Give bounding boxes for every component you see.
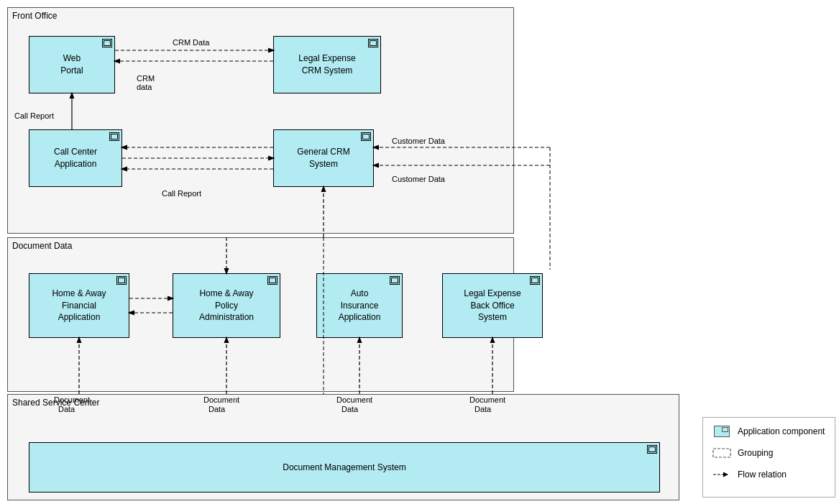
svg-rect-0 [713,449,730,457]
legend-app-component: Application component [712,425,826,438]
general-crm-label: General CRM System [297,146,349,170]
legend-flow-label: Flow relation [738,469,787,480]
web-portal-icon [102,39,112,47]
home-away-financial-box: Home & Away Financial Application [29,273,129,338]
legend-app-component-symbol [714,426,730,437]
auto-insurance-icon [390,276,400,285]
grouping-symbol [712,446,732,459]
legend-flow-icon [712,468,732,481]
home-away-policy-box: Home & Away Policy Administration [173,273,280,338]
legal-crm-icon [368,39,378,47]
general-crm-icon [361,132,371,141]
legend-flow-relation: Flow relation [712,468,826,481]
home-policy-label: Home & Away Policy Administration [199,288,254,324]
home-financial-label: Home & Away Financial Application [52,288,106,324]
home-financial-icon [116,276,127,285]
auto-insurance-box: Auto Insurance Application [316,273,403,338]
legend-app-label: Application component [738,426,825,436]
legal-expense-crm-box: Legal Expense CRM System [273,36,381,93]
legal-crm-label: Legal Expense CRM System [298,52,355,77]
diagram-area: Front Office Document Data Shared Servic… [4,4,694,498]
home-policy-icon [267,276,278,285]
auto-insurance-label: Auto Insurance Application [339,288,381,324]
legal-backoffice-box: Legal Expense Back Office System [442,273,543,338]
doc-management-label: Document Management System [283,462,405,474]
front-office-label: Front Office [12,11,57,21]
legal-backoffice-label: Legal Expense Back Office System [464,288,521,324]
legend-grouping: Grouping [712,446,826,459]
legend-grouping-label: Grouping [738,448,773,458]
call-center-box: Call Center Application [29,129,122,187]
legal-backoffice-icon [530,276,540,285]
legend-grouping-icon [712,446,732,459]
shared-service-label: Shared Service Center [12,398,99,408]
general-crm-box: General CRM System [273,129,374,187]
call-center-label: Call Center Application [54,146,97,170]
call-center-icon [109,132,119,141]
legend-app-icon [712,425,732,438]
doc-management-icon [647,445,657,454]
document-data-label: Document Data [12,241,72,251]
flow-symbol [712,468,732,481]
doc-management-box: Document Management System [29,442,660,492]
web-portal-label: Web Portal [60,52,83,77]
legend: Application component Grouping Flow rela… [702,417,835,498]
web-portal-box: Web Portal [29,36,115,93]
